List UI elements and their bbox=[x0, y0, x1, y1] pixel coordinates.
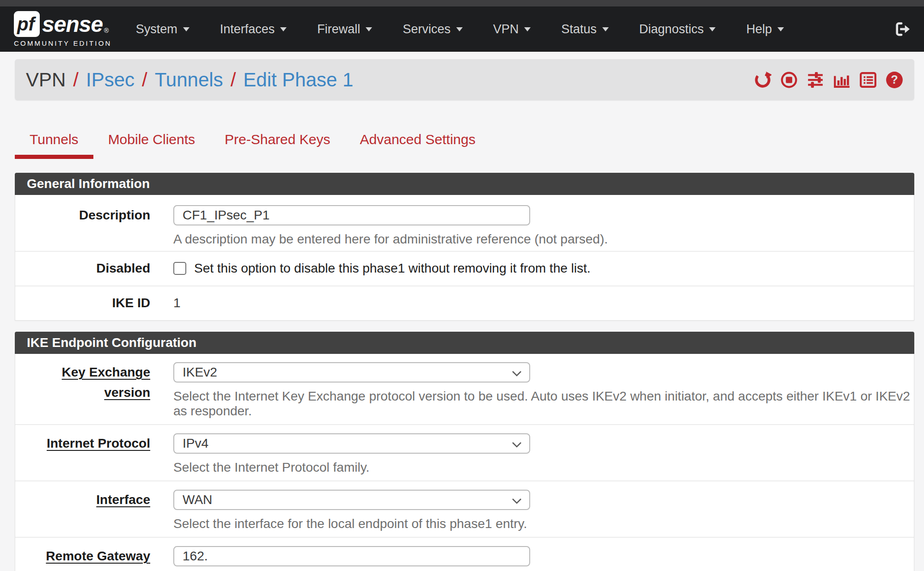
chevron-down-icon bbox=[280, 27, 287, 31]
internet-protocol-help-text: Select the Internet Protocol family. bbox=[173, 460, 914, 475]
pf-logo-badge: pf bbox=[14, 11, 40, 37]
nav-item-label: Services bbox=[403, 22, 451, 36]
tab-advanced-settings[interactable]: Advanced Settings bbox=[345, 132, 490, 159]
disabled-checkbox[interactable] bbox=[173, 262, 186, 275]
logo-edition-label: COMMUNITY EDITION bbox=[14, 39, 112, 47]
chevron-down-icon bbox=[602, 27, 609, 31]
interface-help-text: Select the interface for the local endpo… bbox=[173, 516, 914, 531]
ike-id-label: IKE ID bbox=[15, 296, 150, 310]
breadcrumb-separator: / bbox=[73, 69, 79, 91]
breadcrumb-link-tunnels[interactable]: Tunnels bbox=[155, 69, 223, 91]
disabled-label: Disabled bbox=[15, 261, 150, 275]
nav-item-label: Diagnostics bbox=[639, 22, 704, 36]
breadcrumb-section: VPN bbox=[26, 69, 66, 91]
chevron-down-icon bbox=[456, 27, 463, 31]
chevron-down-icon bbox=[183, 27, 190, 31]
tab-mobile-clients[interactable]: Mobile Clients bbox=[93, 132, 210, 159]
key-exchange-row: Key Exchange version IKEv2 Select the In… bbox=[15, 354, 914, 424]
breadcrumb-separator: / bbox=[142, 69, 147, 91]
stop-icon[interactable] bbox=[780, 71, 798, 89]
chevron-down-icon bbox=[512, 442, 522, 448]
chevron-down-icon bbox=[524, 27, 531, 31]
top-strip bbox=[0, 0, 924, 6]
registered-mark: ® bbox=[104, 27, 109, 34]
nav-item-interfaces[interactable]: Interfaces bbox=[220, 22, 287, 36]
main-navbar: pf sense ® COMMUNITY EDITION System Inte… bbox=[0, 6, 924, 52]
nav-item-help[interactable]: Help bbox=[746, 22, 784, 36]
remote-gateway-label: Remote Gateway bbox=[15, 546, 150, 571]
interface-selected-value: WAN bbox=[183, 492, 212, 507]
pfsense-logo[interactable]: pf sense ® COMMUNITY EDITION bbox=[14, 11, 112, 47]
interface-row: Interface WAN Select the interface for t… bbox=[15, 480, 914, 537]
nav-item-label: Interfaces bbox=[220, 22, 275, 36]
breadcrumb: VPN / IPsec / Tunnels / Edit Phase 1 bbox=[26, 69, 353, 91]
nav-item-system[interactable]: System bbox=[136, 22, 190, 36]
ipsec-tab-bar: Tunnels Mobile Clients Pre-Shared Keys A… bbox=[15, 132, 914, 159]
remote-gateway-input[interactable] bbox=[173, 546, 530, 566]
internet-protocol-row: Internet Protocol IPv4 Select the Intern… bbox=[15, 424, 914, 480]
help-icon[interactable]: ? bbox=[886, 71, 903, 89]
nav-item-label: Help bbox=[746, 22, 772, 36]
nav-item-firewall[interactable]: Firewall bbox=[317, 22, 372, 36]
sign-out-icon[interactable] bbox=[894, 21, 910, 37]
nav-item-label: VPN bbox=[493, 22, 519, 36]
nav-item-vpn[interactable]: VPN bbox=[493, 22, 531, 36]
interface-select[interactable]: WAN bbox=[173, 490, 530, 510]
breadcrumb-link-ipsec[interactable]: IPsec bbox=[86, 69, 135, 91]
bar-chart-icon[interactable] bbox=[833, 71, 851, 89]
chevron-down-icon bbox=[709, 27, 716, 31]
ike-id-value: 1 bbox=[173, 296, 914, 310]
nav-item-label: System bbox=[136, 22, 177, 36]
key-exchange-select[interactable]: IKEv2 bbox=[173, 362, 530, 383]
description-input[interactable] bbox=[173, 205, 530, 225]
chevron-down-icon bbox=[366, 27, 372, 31]
internet-protocol-selected-value: IPv4 bbox=[183, 436, 208, 451]
remote-gateway-row: Remote Gateway Enter the public IP addre… bbox=[15, 537, 914, 571]
logo-wordmark: sense bbox=[42, 12, 103, 37]
disabled-checkbox-label: Set this option to disable this phase1 w… bbox=[194, 261, 591, 276]
internet-protocol-select[interactable]: IPv4 bbox=[173, 433, 530, 454]
nav-item-label: Firewall bbox=[317, 22, 360, 36]
nav-item-services[interactable]: Services bbox=[403, 22, 463, 36]
nav-item-diagnostics[interactable]: Diagnostics bbox=[639, 22, 716, 36]
breadcrumb-separator: / bbox=[231, 69, 236, 91]
svg-text:?: ? bbox=[891, 73, 898, 86]
description-help-text: A description may be entered here for ad… bbox=[173, 232, 914, 247]
panel-title: General Information bbox=[15, 173, 914, 195]
page-title-bar: VPN / IPsec / Tunnels / Edit Phase 1 bbox=[15, 59, 914, 100]
description-row: Description A description may be entered… bbox=[15, 195, 914, 251]
panel-title: IKE Endpoint Configuration bbox=[15, 332, 914, 354]
nav-menu: System Interfaces Firewall Services VPN … bbox=[136, 22, 814, 36]
nav-item-status[interactable]: Status bbox=[561, 22, 609, 36]
general-information-panel: General Information Description A descri… bbox=[15, 173, 914, 321]
nav-item-label: Status bbox=[561, 22, 597, 36]
quick-action-icons: ? bbox=[754, 71, 903, 89]
disabled-row: Disabled Set this option to disable this… bbox=[15, 251, 914, 286]
ike-endpoint-configuration-panel: IKE Endpoint Configuration Key Exchange … bbox=[15, 332, 914, 571]
internet-protocol-label: Internet Protocol bbox=[15, 433, 150, 475]
chevron-down-icon bbox=[512, 498, 522, 504]
list-icon[interactable] bbox=[859, 71, 877, 89]
ike-id-row: IKE ID 1 bbox=[15, 286, 914, 320]
key-exchange-help-text: Select the Internet Key Exchange protoco… bbox=[173, 389, 914, 419]
key-exchange-label: Key Exchange version bbox=[15, 362, 150, 419]
chevron-down-icon bbox=[512, 371, 522, 377]
tab-tunnels[interactable]: Tunnels bbox=[15, 132, 93, 159]
sliders-icon[interactable] bbox=[807, 71, 824, 89]
interface-label: Interface bbox=[15, 490, 150, 531]
key-exchange-selected-value: IKEv2 bbox=[183, 365, 217, 380]
tab-pre-shared-keys[interactable]: Pre-Shared Keys bbox=[210, 132, 345, 159]
chevron-down-icon bbox=[777, 27, 784, 31]
breadcrumb-link-edit-phase-1[interactable]: Edit Phase 1 bbox=[243, 69, 353, 91]
refresh-icon[interactable] bbox=[754, 71, 771, 89]
description-label: Description bbox=[15, 205, 150, 247]
